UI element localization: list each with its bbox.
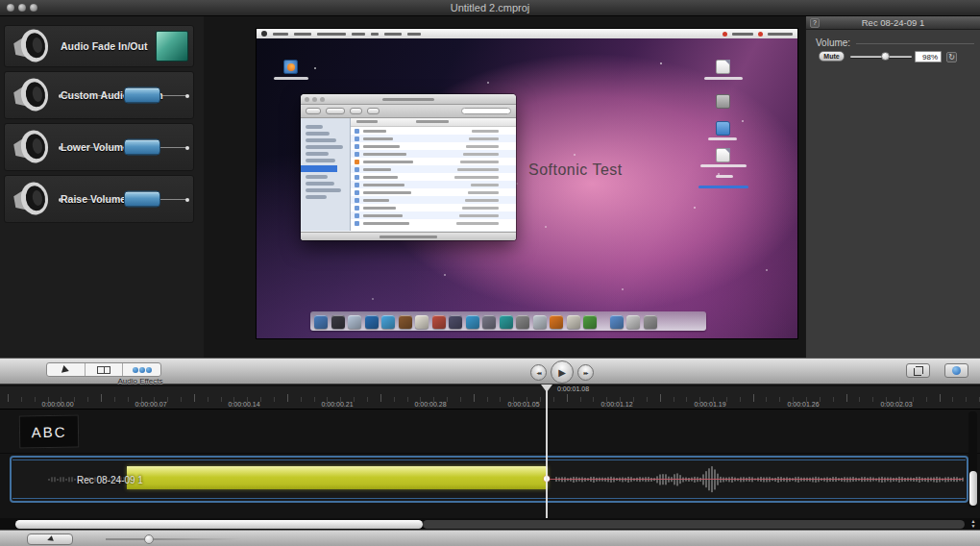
- title-bar: Untitled 2.cmproj: [0, 0, 980, 16]
- speaker-icon: [8, 123, 57, 172]
- finder-search-field: [461, 108, 511, 114]
- record-dot-icon: [952, 366, 961, 375]
- timeline-zoom-thumb[interactable]: [144, 534, 154, 544]
- recording-indicator-icon: [758, 32, 763, 37]
- video-preview[interactable]: Softonic Test: [257, 29, 797, 338]
- playhead-time: 0:00:01.08: [557, 385, 589, 392]
- finder-column-headers: [351, 118, 516, 127]
- menu-item-blur: [294, 33, 311, 36]
- audio-clip-selected[interactable]: Rec 08-24-09 1: [10, 456, 968, 503]
- menu-clock-blur: [768, 33, 793, 36]
- menu-item-blur: [371, 33, 379, 36]
- ruler-tick-label: 0:00:01.26: [787, 401, 819, 408]
- text-clip[interactable]: ABC: [19, 414, 80, 448]
- recorded-finder-window: [301, 94, 516, 240]
- timeline-ruler[interactable]: 0:00:00.00 0:00:00.07 0:00:00.14 0:00:00…: [0, 386, 980, 410]
- audio-clip-label: Rec 08-24-09 1: [77, 474, 143, 484]
- audio-effects-panel: Audio Fade In/Out Custom Audio Action Lo: [0, 16, 204, 358]
- crop-icon: [914, 366, 922, 375]
- apple-menu-icon: [261, 31, 267, 37]
- ruler-tick-label: 0:00:01.12: [600, 401, 632, 408]
- ruler-tick-label: 0:00:01.19: [694, 401, 725, 408]
- finder-title-bar: [301, 94, 516, 105]
- timeline-footer-bar: [0, 530, 980, 546]
- ruler-tick-label: 0:00:01.05: [507, 401, 539, 408]
- tab-actions[interactable]: [47, 363, 86, 376]
- forward-button[interactable]: ▸▸: [577, 364, 594, 381]
- volume-envelope-line[interactable]: [548, 479, 963, 481]
- cursor-action-icon: [61, 365, 70, 375]
- play-button[interactable]: ▶: [551, 360, 574, 384]
- recording-indicator-icon: [723, 32, 727, 37]
- ruler-tick-label: 0:00:00.21: [321, 401, 353, 408]
- menu-extra-blur: [732, 33, 753, 36]
- playhead-line[interactable]: [546, 385, 548, 518]
- horizontal-scroll-thumb[interactable]: [15, 520, 423, 529]
- desktop-document-icon: [716, 148, 730, 162]
- playhead-flag[interactable]: [541, 385, 552, 392]
- finder-file-list: [351, 127, 516, 227]
- timeline-vertical-scrollbar[interactable]: [968, 411, 977, 508]
- window-title: Untitled 2.cmproj: [0, 2, 980, 13]
- clip-inspector-panel: ? Rec 08-24-09 1 Volume: Mute 98% ↻: [805, 16, 980, 358]
- desktop-icon-label: [704, 77, 743, 80]
- highlighted-audio-region[interactable]: [127, 466, 548, 489]
- envelope-node: [124, 139, 160, 156]
- rewind-button[interactable]: ◂◂: [530, 364, 547, 381]
- menu-item-blur: [352, 33, 365, 36]
- horizontal-scroll-track: [423, 520, 965, 529]
- effect-custom-audio-action[interactable]: Custom Audio Action: [4, 71, 194, 119]
- editor-toolbar: Audio Effects ◂◂ ▶ ▸▸: [0, 358, 980, 385]
- desktop-icon-label: [274, 77, 308, 80]
- effect-lower-volume[interactable]: Lower Volume: [4, 123, 194, 171]
- vertical-scroll-thumb[interactable]: [969, 471, 977, 506]
- desktop-icon-label-selected: [698, 186, 748, 188]
- cursor-tool-button[interactable]: [27, 534, 73, 545]
- transport-controls: ◂◂ ▶ ▸▸: [530, 360, 603, 384]
- preview-canvas: Softonic Test: [204, 16, 805, 358]
- finder-sidebar: [301, 118, 351, 231]
- record-toggle-button[interactable]: [944, 363, 968, 378]
- finder-quicklook-button: [350, 108, 362, 114]
- dock-icons: [314, 315, 702, 329]
- effect-audio-fade[interactable]: Audio Fade In/Out: [4, 25, 194, 67]
- scroll-down-icon[interactable]: ▼: [971, 524, 976, 529]
- effect-raise-volume[interactable]: Raise Volume: [4, 175, 194, 223]
- ruler-tick-label: 0:00:00.14: [228, 401, 259, 408]
- volume-divider: [856, 43, 974, 44]
- volume-reset-icon[interactable]: ↻: [946, 52, 957, 62]
- tab-audio-effects[interactable]: [123, 363, 160, 376]
- speaker-icon: [8, 22, 57, 71]
- desktop-icon-label: [716, 175, 733, 178]
- tab-video-effects[interactable]: [86, 363, 124, 376]
- finder-traffic-lights: [305, 97, 325, 102]
- timeline-zoom-slider[interactable]: [106, 538, 240, 540]
- desktop-app-icon: [283, 60, 298, 74]
- menu-item-blur: [384, 33, 402, 36]
- inspector-header: ? Rec 08-24-09 1: [806, 16, 980, 30]
- timeline-horizontal-scrollbar[interactable]: [0, 518, 980, 530]
- effects-mode-segmented-control: [46, 362, 161, 377]
- desktop-archive-icon: [716, 94, 730, 109]
- fade-gradient-swatch: [156, 31, 188, 62]
- scroll-arrow-buttons[interactable]: ▲ ▼: [968, 519, 979, 530]
- volume-slider-thumb[interactable]: [881, 52, 890, 61]
- volume-label: Volume:: [816, 37, 850, 48]
- finder-back-forward: [306, 108, 321, 114]
- crop-button[interactable]: [906, 363, 930, 378]
- film-frames-icon: [97, 366, 110, 374]
- inspector-clip-title: Rec 08-24-09 1: [806, 17, 980, 28]
- recorded-menu-bar: [257, 29, 797, 38]
- overlay-caption: Softonic Test: [528, 161, 623, 179]
- envelope-node: [124, 87, 160, 104]
- ruler-tick-label: 0:00:00.07: [135, 401, 166, 408]
- finder-status-bar: [301, 232, 516, 240]
- app-window: Untitled 2.cmproj Audio Fade In/Out Cust…: [0, 0, 980, 546]
- menu-item-blur: [407, 33, 421, 36]
- volume-value-field[interactable]: 98%: [915, 51, 942, 62]
- menu-item-blur: [273, 33, 288, 36]
- ruler-tick-label: 0:00:00.28: [414, 401, 446, 408]
- mute-button[interactable]: Mute: [819, 51, 845, 62]
- finder-title-blur: [382, 98, 434, 101]
- finder-file-area: [351, 118, 516, 231]
